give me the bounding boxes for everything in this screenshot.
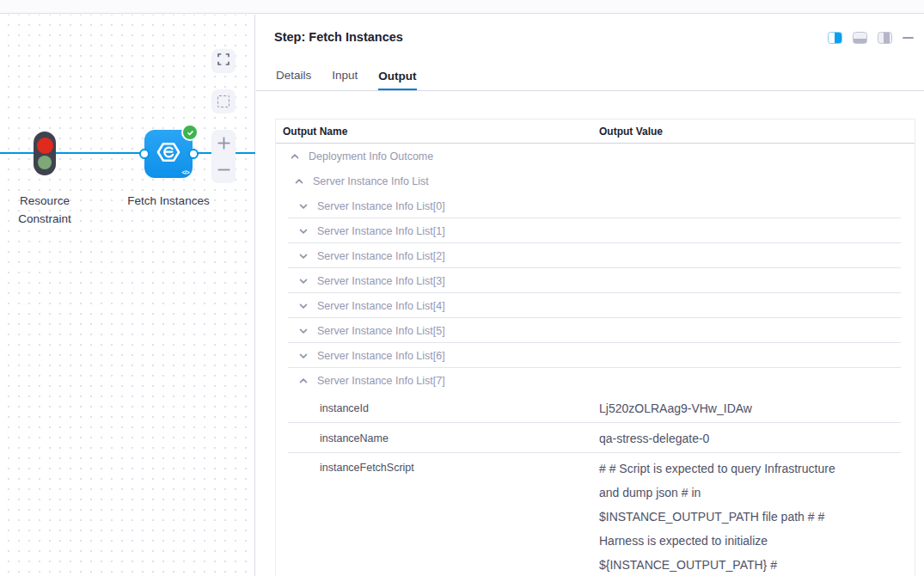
chevron-up-icon[interactable] [294, 176, 304, 187]
node-label-fetch-instances: Fetch Instances [108, 192, 229, 210]
output-kv-row: instanceFetchScript# # Script is expecte… [276, 453, 915, 576]
output-value: qa-stress-delegate-0 [599, 432, 844, 445]
tab-output[interactable]: Output [378, 70, 416, 91]
step-detail-panel: Step: Fetch Instances Details Input Outp… [256, 15, 924, 576]
output-row-label: Server Instance Info List[1] [317, 225, 445, 237]
output-tree-row: Server Instance Info List[7] [276, 368, 915, 393]
fit-to-screen-button[interactable] [211, 49, 236, 73]
output-row-label: Server Instance Info List[5] [317, 325, 445, 337]
output-tree-row: Server Instance Info List[4] [276, 293, 915, 318]
output-table-header: Output Name Output Value [276, 119, 915, 144]
output-tree-row: Server Instance Info List[0] [276, 193, 915, 218]
chevron-down-icon[interactable] [298, 326, 309, 336]
chevron-down-icon[interactable] [298, 226, 309, 236]
chevron-up-icon[interactable] [298, 376, 309, 386]
node-label-resource-constraint: Resource Constraint [2, 192, 88, 228]
column-header-output-value: Output Value [599, 126, 663, 138]
output-tree-row: Server Instance Info List[2] [276, 243, 915, 268]
output-tree-row: Server Instance Info List[5] [276, 318, 915, 343]
output-kv-row: instanceNameqa-stress-delegate-0 [276, 423, 915, 453]
split-view-button[interactable] [828, 32, 842, 44]
bottom-panel-layout-button[interactable] [853, 32, 867, 44]
script-indicator-icon: </> [181, 169, 189, 175]
tab-bar: Details Input Output [256, 65, 924, 91]
traffic-light-red-icon [37, 138, 53, 154]
output-key: instanceFetchScript [320, 462, 414, 474]
output-tree-row: Server Instance Info List[1] [276, 218, 915, 243]
output-table-body: Deployment Info OutcomeServer Instance I… [276, 144, 915, 576]
marquee-select-icon [217, 95, 229, 107]
marquee-select-button[interactable] [211, 89, 236, 113]
output-row-label: Server Instance Info List[7] [317, 375, 445, 387]
node-fetch-instances[interactable]: </> [144, 130, 193, 178]
fit-to-screen-icon [217, 53, 229, 69]
chevron-up-icon[interactable] [290, 151, 300, 162]
chevron-down-icon[interactable] [298, 276, 309, 286]
output-row-label: Server Instance Info List[3] [317, 275, 445, 287]
output-tree-row: Server Instance Info List[6] [276, 343, 915, 368]
tab-input[interactable]: Input [332, 69, 358, 90]
zoom-in-button[interactable] [211, 132, 236, 156]
output-key: instanceId [320, 402, 369, 414]
step-title: Step: Fetch Instances [274, 30, 403, 44]
output-row-label: Server Instance Info List [313, 175, 429, 187]
edge-connector-left [139, 149, 150, 159]
output-tree-row: Server Instance Info List[3] [276, 268, 915, 293]
node-resource-constraint[interactable] [34, 132, 56, 175]
edge-connector-right [188, 149, 199, 159]
chevron-down-icon[interactable] [298, 301, 309, 311]
output-tree-row: Server Instance Info List [276, 169, 915, 193]
panel-layout-controls [828, 32, 914, 44]
pipeline-canvas[interactable]: Resource Constraint </> Fetch Instances [0, 15, 255, 576]
right-panel-layout-button[interactable] [878, 32, 892, 44]
output-table: Output Name Output Value Deployment Info… [275, 119, 915, 576]
output-row-label: Server Instance Info List[2] [317, 250, 445, 262]
output-kv-row: instanceIdLj520zOLRAag9-VHw_IDAw [276, 393, 915, 423]
output-value: # # Script is expected to query Infrastr… [599, 457, 844, 576]
tab-details[interactable]: Details [276, 69, 311, 90]
top-bar [0, 0, 924, 14]
output-row-label: Server Instance Info List[4] [317, 300, 445, 312]
chevron-down-icon[interactable] [298, 351, 309, 361]
fetch-instances-hexagon-icon [155, 138, 182, 169]
output-key: instanceName [320, 432, 389, 444]
output-row-label: Server Instance Info List[0] [317, 200, 445, 212]
success-badge-icon [181, 124, 199, 141]
minimize-button[interactable] [903, 37, 914, 39]
output-row-label: Deployment Info Outcome [309, 150, 433, 162]
zoom-out-button[interactable] [211, 158, 236, 182]
chevron-down-icon[interactable] [298, 251, 309, 261]
chevron-down-icon[interactable] [298, 201, 309, 211]
output-tree-row: Deployment Info Outcome [276, 144, 915, 169]
traffic-light-green-icon [38, 156, 52, 169]
zoom-controls [211, 130, 236, 183]
output-value: Lj520zOLRAag9-VHw_IDAw [599, 401, 844, 415]
output-row-label: Server Instance Info List[6] [317, 350, 445, 362]
column-header-output-name: Output Name [276, 126, 599, 138]
